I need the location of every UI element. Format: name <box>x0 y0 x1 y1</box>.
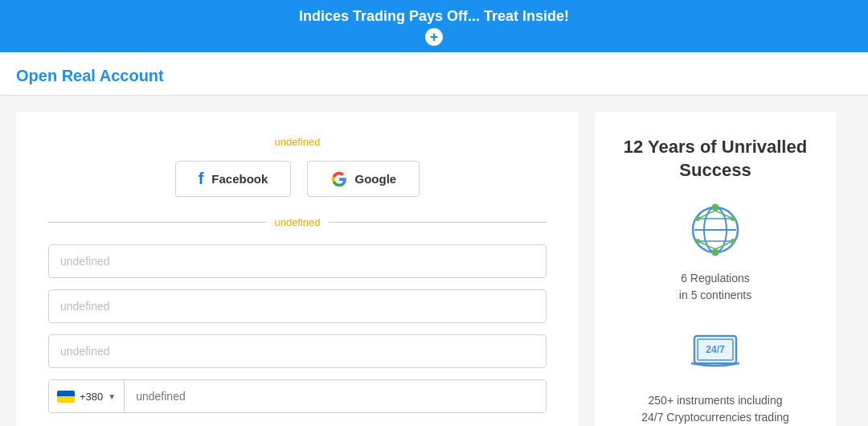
page-header: Open Real Account <box>0 52 868 96</box>
divider-text: undefined <box>274 216 320 228</box>
svg-text:24/7: 24/7 <box>706 344 725 355</box>
country-selector[interactable]: +380 ▼ <box>49 380 125 412</box>
google-icon <box>331 171 347 187</box>
facebook-icon: f <box>199 170 204 188</box>
divider-left <box>48 222 266 223</box>
ukraine-flag-icon <box>57 391 75 403</box>
banner-plus-container: + <box>0 28 868 46</box>
banner-text: Indices Trading Pays Off... Treat Inside… <box>299 8 569 24</box>
chevron-down-icon: ▼ <box>108 392 116 401</box>
instruments-text: 250+ instruments including 24/7 Cryptocu… <box>641 392 789 426</box>
plus-button[interactable]: + <box>425 28 443 46</box>
divider-right <box>329 222 547 223</box>
field1-input[interactable] <box>48 244 547 278</box>
laptop-247-icon: 24/7 <box>686 323 744 381</box>
field2-input[interactable] <box>48 289 547 323</box>
open-real-account-link[interactable]: Open Real Account <box>16 67 164 84</box>
top-banner: Indices Trading Pays Off... Treat Inside… <box>0 0 868 52</box>
svg-point-5 <box>712 204 719 211</box>
info-panel: 12 Years of Unrivalled Success <box>595 112 836 426</box>
regulations-icon-container <box>683 198 747 262</box>
info-title: 12 Years of Unrivalled Success <box>611 136 820 182</box>
main-content: undefined f Facebook Google undefined <box>0 96 868 426</box>
instruments-item: 24/7 250+ instruments including 24/7 Cry… <box>641 320 789 426</box>
phone-row: +380 ▼ <box>48 379 547 413</box>
social-buttons: f Facebook Google <box>48 161 547 197</box>
facebook-button[interactable]: f Facebook <box>175 161 292 197</box>
form-panel: undefined f Facebook Google undefined <box>16 112 579 426</box>
phone-code: +380 <box>80 391 103 403</box>
facebook-label: Facebook <box>211 172 268 186</box>
svg-point-6 <box>712 249 719 256</box>
google-button[interactable]: Google <box>307 161 420 197</box>
regulations-item: 6 Regulations in 5 continents <box>679 198 751 304</box>
social-label: undefined <box>48 136 547 148</box>
google-label: Google <box>355 172 397 186</box>
divider-row: undefined <box>48 216 547 228</box>
regulations-text: 6 Regulations in 5 continents <box>679 270 751 304</box>
globe-network-icon <box>686 201 744 259</box>
phone-input[interactable] <box>125 380 546 412</box>
field3-input[interactable] <box>48 334 547 368</box>
instruments-icon-container: 24/7 <box>683 320 747 384</box>
